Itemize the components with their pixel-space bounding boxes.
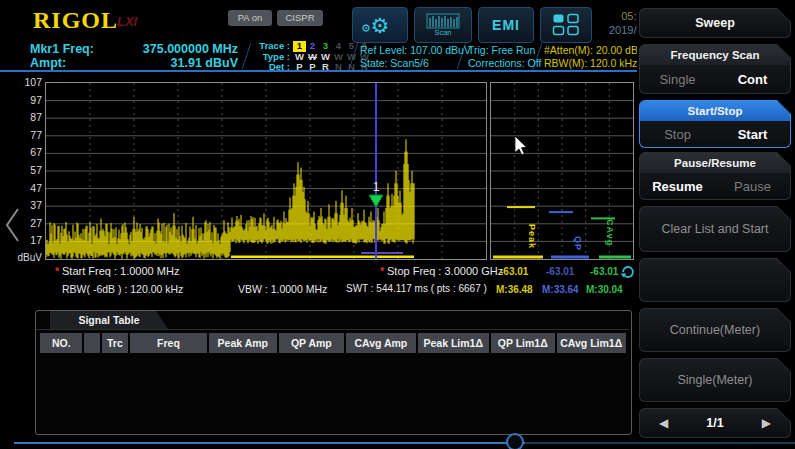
- clear-list-label: Clear List and Start: [640, 207, 790, 251]
- start-freq-text: Start Freq : 1.0000 MHz: [62, 265, 179, 277]
- trigger-text: Trig: Free Run: [468, 44, 541, 57]
- cavg-meter-value: M:30.04: [586, 284, 632, 295]
- page-next-icon[interactable]: ▶: [762, 416, 771, 430]
- page-indicator: 1/1: [706, 416, 723, 430]
- refresh-icon[interactable]: [620, 265, 636, 279]
- rbw-meter-text: RBW(M): 120.0 kHz: [544, 57, 638, 70]
- trace-1-number[interactable]: 1: [293, 41, 306, 52]
- cispr-button[interactable]: CISPR: [277, 10, 323, 26]
- column-cavg-amp: CAvg Amp: [346, 333, 415, 353]
- option-pause[interactable]: Pause: [715, 173, 790, 199]
- status-ref-level: Ref Level: 107.00 dBuV State: Scan5/6: [360, 44, 471, 70]
- scan-state-text: State: Scan5/6: [360, 57, 471, 70]
- trace-4-number[interactable]: 4: [332, 41, 345, 52]
- bottom-slider-handle[interactable]: [506, 433, 524, 449]
- option-cont[interactable]: Cont: [715, 65, 790, 93]
- y-axis-tick: 67: [14, 146, 42, 158]
- window-layout-button[interactable]: [540, 7, 592, 43]
- gear-icon: ⚙: [371, 15, 390, 36]
- y-axis-unit: dBuV: [10, 252, 42, 263]
- qp-limit-delta: -63.01: [546, 266, 586, 277]
- scan-mode-button[interactable]: Scan: [414, 7, 472, 43]
- status-atten: #Atten(M): 20.00 dB RBW(M): 120.0 kHz: [544, 44, 638, 70]
- y-axis-tick: 77: [14, 129, 42, 141]
- meter-label-peak: Peak: [527, 224, 537, 249]
- y-axis-tick: 57: [14, 164, 42, 176]
- scan-icon: [426, 13, 460, 29]
- column-no: NO.: [40, 333, 82, 353]
- status-trigger: Trig: Free Run Corrections: Off: [468, 44, 541, 70]
- option-single[interactable]: Single: [640, 65, 715, 93]
- ref-level-text: Ref Level: 107.00 dBuV: [360, 44, 471, 57]
- gear-small-icon: ⚙: [361, 23, 371, 34]
- stop-freq-text: Stop Freq : 3.0000 GHz: [387, 265, 503, 277]
- marker-freq-label: Mkr1 Freq:: [30, 42, 94, 56]
- start-stop-header: Start/Stop: [640, 101, 790, 121]
- header-separator-line: [0, 70, 638, 72]
- column-peak-amp: Peak Amp: [209, 333, 277, 353]
- spectrum-trace: 1: [46, 83, 486, 259]
- softkey-pause-resume[interactable]: Pause/Resume Resume Pause: [639, 152, 791, 200]
- marker-readout: Mkr1 Freq: 375.000000 MHz Ampt: 31.91 dB…: [30, 42, 238, 70]
- y-axis-tick: 97: [14, 94, 42, 106]
- header-divider: [242, 43, 251, 69]
- softkey-frequency-scan[interactable]: Frequency Scan Single Cont: [639, 44, 791, 94]
- trace-2-number[interactable]: 2: [306, 41, 319, 52]
- vbw-text: VBW : 1.0000 MHz: [238, 283, 327, 295]
- panel-collapse-chevron-icon[interactable]: [4, 206, 22, 244]
- spectrum-plot[interactable]: 1: [45, 82, 487, 260]
- option-start[interactable]: Start: [715, 121, 790, 147]
- single-meter-label: Single(Meter): [640, 359, 790, 401]
- trace-5-number[interactable]: 5: [345, 41, 358, 52]
- meter-label-cavg: CAvg: [605, 219, 615, 246]
- corrections-text: Corrections: Off: [468, 57, 541, 70]
- page-prev-icon[interactable]: ◀: [659, 416, 668, 430]
- bottom-slider-track-dim: [525, 442, 795, 444]
- trace-legend: Trace : 1 2 3 4 5 6 Type : W W W W W W D…: [252, 41, 371, 73]
- marker-freq-value: 375.000000 MHz: [143, 42, 238, 56]
- menu-title-sweep: Sweep: [639, 8, 791, 38]
- system-settings-button[interactable]: ⚙ ⚙: [352, 7, 408, 43]
- svg-text:1: 1: [373, 180, 380, 194]
- column-peak-lim: Peak Lim1Δ: [418, 333, 489, 353]
- meter-label-qp: QP: [573, 236, 583, 251]
- y-axis-tick: 47: [14, 182, 42, 194]
- start-freq-marker: *: [55, 265, 59, 277]
- option-stop[interactable]: Stop: [640, 121, 715, 147]
- trace-3-number[interactable]: 3: [319, 41, 332, 52]
- marker-ampt-value: 31.91 dBuV: [171, 56, 238, 70]
- rigol-logo: RIGOL: [33, 7, 118, 34]
- rbw-text: RBW( -6dB ) : 120.00 kHz: [62, 283, 183, 295]
- menu-title-label: Sweep: [640, 9, 790, 37]
- softkey-empty: [639, 258, 791, 302]
- softkey-start-stop[interactable]: Start/Stop Stop Start: [639, 100, 791, 148]
- lxi-badge: LXI: [117, 14, 137, 29]
- softkey-single-meter[interactable]: Single(Meter): [639, 358, 791, 402]
- column-trc: Trc: [102, 333, 128, 353]
- softkey-clear-list-and-start[interactable]: Clear List and Start: [639, 206, 791, 252]
- signal-table-header-row: NO. Trc Freq Peak Amp QP Amp CAvg Amp Pe…: [40, 333, 626, 353]
- column-qp-lim: QP Lim1Δ: [491, 333, 555, 353]
- qp-meter-value: M:33.64: [542, 284, 588, 295]
- stop-freq-marker: *: [380, 265, 384, 277]
- softkey-continue-meter[interactable]: Continue(Meter): [639, 308, 791, 352]
- window-layout-icon: [552, 13, 580, 37]
- continue-meter-label: Continue(Meter): [640, 309, 790, 351]
- pause-resume-header: Pause/Resume: [640, 153, 790, 173]
- option-resume[interactable]: Resume: [640, 173, 715, 199]
- y-axis-tick: 87: [14, 111, 42, 123]
- bottom-slider-track: [14, 442, 525, 444]
- column-qp-amp: QP Amp: [279, 333, 345, 353]
- trace-row-label: Trace :: [252, 41, 290, 52]
- marker-ampt-label: Ampt:: [30, 56, 66, 70]
- preamp-toggle-button[interactable]: PA on: [228, 10, 272, 26]
- peak-limit-delta: -63.01: [500, 266, 540, 277]
- menu-pager: ◀ 1/1 ▶: [639, 408, 791, 438]
- frequency-scan-header: Frequency Scan: [640, 45, 790, 65]
- instrument-screen: RIGOL LXI PA on CISPR ⚙ ⚙ Scan EMI: [0, 0, 795, 449]
- scan-button-caption: Scan: [434, 28, 451, 37]
- emi-button-label: EMI: [492, 17, 520, 33]
- signal-table-tab[interactable]: Signal Table: [50, 311, 168, 329]
- column-freq: Freq: [130, 333, 207, 353]
- emi-mode-button[interactable]: EMI: [478, 7, 534, 43]
